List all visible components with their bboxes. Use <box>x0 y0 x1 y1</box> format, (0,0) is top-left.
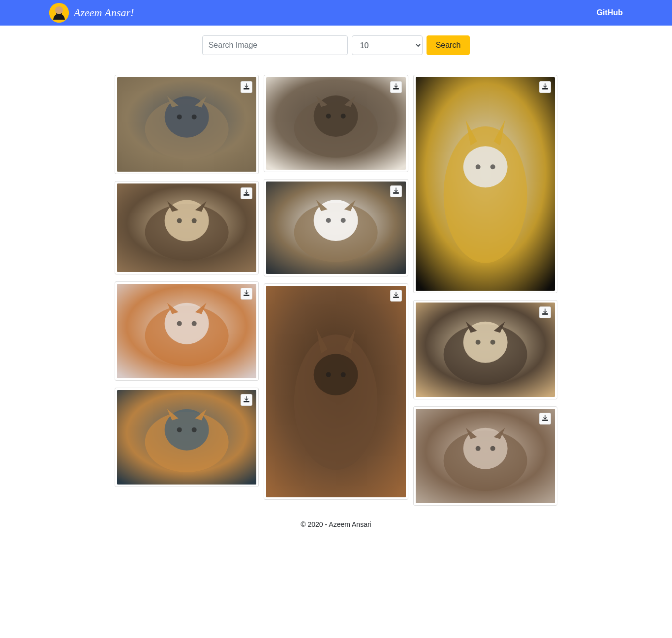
download-icon <box>243 290 250 298</box>
svg-rect-43 <box>393 192 398 193</box>
image-card <box>264 75 408 172</box>
search-bar: 10 Search <box>0 26 672 65</box>
svg-point-14 <box>192 218 197 223</box>
gallery <box>115 75 557 506</box>
avatar <box>49 3 69 23</box>
brand-name: Azeem Ansar! <box>74 6 134 19</box>
svg-rect-71 <box>543 420 548 420</box>
image-card <box>264 179 408 276</box>
svg-point-27 <box>177 427 182 432</box>
brand-link[interactable]: Azeem Ansar! <box>49 3 134 23</box>
download-icon <box>542 415 549 423</box>
cat-face-closeup[interactable] <box>266 182 405 274</box>
svg-point-41 <box>326 218 331 223</box>
download-button[interactable] <box>390 81 402 93</box>
svg-rect-57 <box>543 88 548 89</box>
image-card <box>115 75 259 174</box>
kitten-leaves-dark[interactable] <box>416 77 555 291</box>
svg-point-6 <box>177 115 182 120</box>
svg-point-49 <box>341 372 346 377</box>
svg-point-56 <box>490 164 495 169</box>
gallery-container <box>110 75 562 506</box>
footer-text: © 2020 - Azeem Ansari <box>301 520 371 528</box>
github-link[interactable]: GitHub <box>597 8 623 17</box>
svg-point-7 <box>192 115 197 120</box>
download-icon <box>243 189 250 198</box>
image-card <box>413 75 557 293</box>
search-input[interactable] <box>202 35 348 55</box>
download-icon <box>393 187 399 196</box>
svg-rect-8 <box>244 88 249 89</box>
download-button[interactable] <box>539 306 551 318</box>
download-button[interactable] <box>241 187 252 199</box>
download-icon <box>243 83 250 91</box>
svg-rect-15 <box>244 194 249 195</box>
download-button[interactable] <box>241 394 252 406</box>
download-icon <box>542 83 549 91</box>
cat-sleeping-white-bed[interactable] <box>266 77 405 170</box>
image-card <box>115 281 259 381</box>
gallery-column <box>115 75 259 506</box>
svg-rect-36 <box>393 88 398 89</box>
svg-point-20 <box>177 321 182 326</box>
image-card <box>115 181 259 274</box>
svg-point-54 <box>463 146 507 187</box>
svg-point-70 <box>490 446 495 451</box>
cat-orange-snow[interactable] <box>117 284 256 378</box>
svg-point-28 <box>192 427 197 432</box>
cat-under-blanket[interactable] <box>117 183 256 272</box>
svg-point-21 <box>192 321 197 326</box>
svg-rect-29 <box>244 401 249 401</box>
download-icon <box>243 396 250 404</box>
download-button[interactable] <box>241 288 252 300</box>
gallery-column <box>413 75 557 506</box>
navbar: Azeem Ansar! GitHub <box>0 0 672 26</box>
count-select[interactable]: 10 <box>352 35 423 55</box>
gallery-column <box>264 75 408 506</box>
image-card <box>115 388 259 487</box>
svg-point-35 <box>341 114 346 119</box>
svg-rect-64 <box>543 313 548 314</box>
svg-rect-50 <box>393 297 398 297</box>
svg-point-63 <box>490 340 495 345</box>
svg-point-48 <box>326 372 331 377</box>
svg-point-69 <box>475 446 480 451</box>
download-icon <box>542 308 549 317</box>
svg-rect-22 <box>244 295 249 295</box>
search-button[interactable]: Search <box>427 35 470 55</box>
cat-orange-portrait[interactable] <box>266 286 405 497</box>
download-button[interactable] <box>390 185 402 197</box>
download-button[interactable] <box>539 413 551 425</box>
svg-point-62 <box>475 340 480 345</box>
footer: © 2020 - Azeem Ansari <box>0 506 672 538</box>
svg-point-47 <box>314 354 358 395</box>
download-button[interactable] <box>539 81 551 93</box>
svg-point-34 <box>326 114 331 119</box>
svg-point-13 <box>177 218 182 223</box>
download-button[interactable] <box>390 290 402 302</box>
image-card <box>413 300 557 399</box>
cat-dark-floor[interactable] <box>416 303 555 397</box>
download-icon <box>393 292 399 300</box>
svg-point-55 <box>475 164 480 169</box>
kitten-held-hands[interactable] <box>416 409 555 503</box>
image-card <box>264 283 408 500</box>
svg-point-42 <box>341 218 346 223</box>
cat-lying-ground[interactable] <box>117 390 256 485</box>
download-icon <box>393 83 399 91</box>
image-card <box>413 406 557 506</box>
cat-sleeping-tabby[interactable] <box>117 77 256 172</box>
download-button[interactable] <box>241 81 252 93</box>
